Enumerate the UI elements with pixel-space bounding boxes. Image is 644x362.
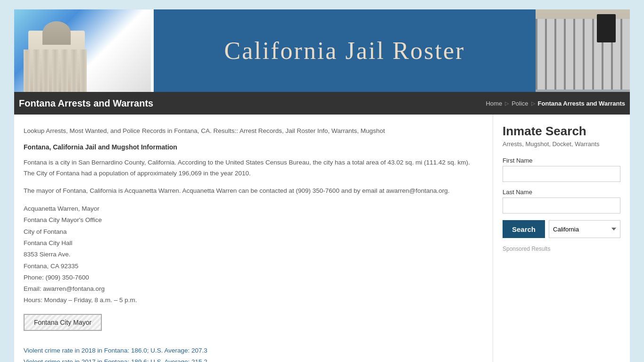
address-line-8: Email: awarren@fontana.org [24, 283, 479, 295]
search-row: Search CaliforniaAlabamaAlaskaArizonaArk… [503, 220, 620, 238]
address-block: Acquanetta Warren, Mayor Fontana City Ma… [24, 203, 479, 306]
address-line-3: City of Fontana [24, 226, 479, 238]
header-left-image [14, 9, 151, 92]
first-name-label: First Name [503, 157, 620, 164]
first-name-input[interactable] [503, 166, 620, 182]
crime-stat-2017: Violent crime rate in 2017 in Fontana: 1… [24, 356, 479, 362]
address-line-2: Fontana City Mayor's Office [24, 214, 479, 226]
sidebar-subtitle: Arrests, Mugshot, Docket, Warrants [503, 140, 620, 148]
site-title: California Jail Roster [224, 37, 465, 65]
address-line-4: Fontana City Hall [24, 238, 479, 249]
sidebar-title: Inmate Search [503, 124, 620, 139]
crime-stats: Violent crime rate in 2018 in Fontana: 1… [24, 345, 479, 362]
header-right-image [536, 9, 630, 92]
sidebar: Inmate Search Arrests, Mugshot, Docket, … [493, 115, 630, 362]
last-name-input[interactable] [503, 197, 620, 214]
sponsored-label: Sponsored Results [503, 246, 620, 252]
state-select[interactable]: CaliforniaAlabamaAlaskaArizonaArkansasCo… [549, 220, 620, 238]
breadcrumb-separator-1: ▷ [505, 100, 509, 107]
header-title-area: California Jail Roster [154, 9, 536, 92]
content-left: Lookup Arrests, Most Wanted, and Police … [14, 115, 493, 362]
last-name-label: Last Name [503, 189, 620, 196]
first-name-group: First Name [503, 157, 620, 182]
address-line-9: Hours: Monday – Friday, 8 a.m. – 5 p.m. [24, 295, 479, 306]
intro-text: Lookup Arrests, Most Wanted, and Police … [24, 126, 479, 136]
breadcrumb-police[interactable]: Police [512, 100, 528, 107]
nav-bar: Fontana Arrests and Warrants Home ▷ Poli… [14, 92, 630, 115]
breadcrumb-current: Fontana Arrests and Warrants [538, 100, 625, 107]
last-name-group: Last Name [503, 189, 620, 214]
body-paragraph-1: Fontana is a city in San Bernardino Coun… [24, 157, 479, 179]
search-button[interactable]: Search [503, 220, 545, 238]
header-banner: California Jail Roster [14, 9, 630, 92]
address-line-1: Acquanetta Warren, Mayor [24, 203, 479, 214]
breadcrumb-separator-2: ▷ [531, 100, 535, 107]
mayor-button[interactable]: Fontana City Mayor [24, 314, 102, 331]
crime-stat-2018: Violent crime rate in 2018 in Fontana: 1… [24, 345, 479, 356]
address-line-5: 8353 Sierra Ave. [24, 249, 479, 260]
main-content: Lookup Arrests, Most Wanted, and Police … [14, 115, 630, 362]
breadcrumb: Home ▷ Police ▷ Fontana Arrests and Warr… [486, 100, 625, 107]
body-paragraph-2: The mayor of Fontana, California is Acqu… [24, 186, 479, 197]
page-title: Fontana Arrests and Warrants [19, 98, 486, 109]
address-line-6: Fontana, CA 92335 [24, 261, 479, 272]
section-title: Fontana, California Jail and Mugshot Inf… [24, 143, 479, 151]
breadcrumb-home[interactable]: Home [486, 100, 502, 107]
address-line-7: Phone: (909) 350-7600 [24, 272, 479, 283]
